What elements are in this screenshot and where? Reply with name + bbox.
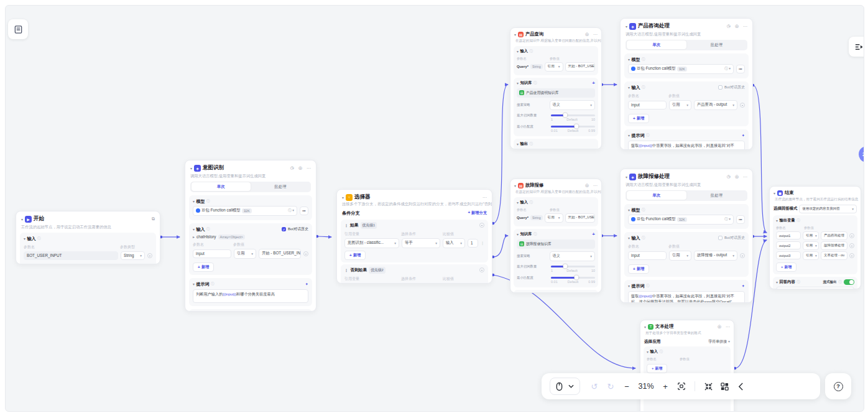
collapse-chevron-icon[interactable]: ▾ [190,166,192,170]
more-icon[interactable]: ··· [307,166,311,170]
remove-row-icon[interactable] [303,251,308,256]
answer-content-textarea[interactable]: {{output1}}{{output2}}{{output3}} [776,287,854,289]
undo-button[interactable]: ↺ [586,382,603,391]
outvar-name-field[interactable]: output3 [776,251,801,259]
collapse-chevron-icon[interactable]: ▾ [514,32,516,37]
model-settings-icon[interactable]: ≔ [300,207,308,215]
tab-batch[interactable]: 批处理 [251,182,310,191]
pointer-mode-select[interactable] [550,378,580,395]
prompt-optimize-icon[interactable]: ✦ [305,282,308,287]
collapse-chevron-icon[interactable]: ▾ [626,24,627,29]
ref-mode-select[interactable]: 引用▾ [669,251,691,261]
ref-mode-select[interactable]: 引用▾ [803,241,819,250]
knowledge-item[interactable]: ▤产品使用说明知识库 [517,88,595,98]
prompt-textarea[interactable]: 判断用户输入的{{input}}和哪个分类关联度最高 [193,289,308,303]
model-select[interactable]: 豆包·Function call模型32K ⓘ ▾ [628,215,734,225]
ref-mode-select[interactable]: 引用▾ [803,231,819,240]
collapse-chevron-icon[interactable]: ▾ [626,175,627,179]
right-panel-toggle-button[interactable] [849,37,864,57]
play-icon[interactable]: ◎ [298,165,302,170]
ref-value-select[interactable]: 开始 - BOT_USER▾ [565,62,595,72]
max-recall-slider[interactable]: 1Default10 [551,113,595,121]
section-chevron-icon[interactable]: ▾ [193,199,195,203]
section-chevron-icon[interactable]: ▾ [193,282,195,286]
ref-value-select[interactable]: 故障报修处理▾ [821,241,847,250]
ref-value-select[interactable]: 开始 - BOT_USER▾ [565,213,595,223]
collapse-nodes-button[interactable] [700,383,716,391]
knowledge-item[interactable]: ▤故障报修知识库 [517,239,595,249]
remove-row-icon[interactable] [849,233,854,238]
param-name-field[interactable]: input [628,101,667,109]
add-param-button[interactable]: +新增 [24,264,45,264]
play-icon[interactable]: ◎ [735,24,739,29]
model-select[interactable]: 豆包·Function call模型32K ⓘ ▾ [193,206,297,216]
node-product-consult[interactable]: ▾ ◈ 产品咨询处理 ◷ ◎ ··· 调用大语言模型,使用变量和提示词生成回复 … [620,18,753,150]
workflow-canvas[interactable]: ▾ ▶ 开始 ⧉ 工作流的起始节点，用于设定启动工作流需要的信息 ▾ 输入 ⓘ … [5,5,864,412]
collapse-chevron-icon[interactable]: ▾ [773,191,775,195]
branch-ref-select[interactable]: 意图识别 - classific...▾ [344,238,399,248]
outvar-name-field[interactable]: output2 [776,241,801,249]
add-param-button[interactable]: +新增 [193,262,214,272]
add-knowledge-icon[interactable]: + [592,80,595,86]
param-type-select[interactable]: String▾ [121,251,145,260]
test-run-icon[interactable]: ◷ [727,174,731,179]
remove-row-icon[interactable] [740,103,745,108]
prompt-optimize-icon[interactable]: ✦ [742,133,745,138]
bot-history-checkbox[interactable] [718,236,723,240]
bot-history-checkbox[interactable]: ✓ [282,227,286,231]
play-icon[interactable]: ◎ [718,324,721,329]
section-chevron-icon[interactable]: ▾ [193,227,195,231]
zoom-out-button[interactable]: − [619,382,635,391]
node-end[interactable]: ▾ ◼ 结束 工作流的最终节点，用于返回工作流运行后的结果信息 选择回答模式 使… [769,186,861,289]
add-param-button[interactable]: +新增 [628,114,649,123]
param-name-field[interactable]: input [628,251,667,260]
redo-button[interactable]: ↻ [603,382,619,391]
test-run-icon[interactable]: ◷ [727,24,731,29]
ref-value-select[interactable]: 产品查询 - output▾ [694,100,737,110]
remove-branch-icon[interactable] [479,223,484,228]
node-selector[interactable]: ▾ ⑂ 选择器 ··· 连接多个下游分支，若设定的条件成立则仅运行对应的分支，若… [336,189,492,284]
stream-toggle[interactable] [844,279,854,285]
node-intent-recognition[interactable]: ▾ ◈ 意图识别 ◷ ◎ ··· 调用大语言模型,使用变量和提示词生成回复 单次… [185,160,316,312]
collapse-chevron-icon[interactable]: ▾ [514,183,516,188]
max-recall-slider[interactable]: 1Default10 [551,264,595,272]
branch-op-select[interactable]: 等于▾ [402,283,440,284]
prompt-textarea[interactable]: 提取{{input}}中答案字段，如果没有此字段，则直接返回“对不起，这个问题我… [628,291,745,303]
bot-history-checkbox[interactable] [718,85,723,90]
notes-panel-button[interactable] [8,19,28,39]
ref-value-select[interactable]: 故障报修 - output▾ [694,251,737,261]
model-settings-icon[interactable]: ≔ [736,65,745,73]
zoom-in-button[interactable]: + [657,382,673,391]
ref-mode-select[interactable]: 引用▾ [545,213,563,223]
tab-single[interactable]: 单次 [627,40,687,49]
expand-icon[interactable]: ▸ [193,235,195,239]
remove-row-icon[interactable] [147,253,152,258]
drag-handle-icon[interactable]: ⋮ [344,268,348,272]
help-button[interactable]: ? [825,373,851,399]
branch-ref-select[interactable]: 意图识别 - classific...▾ [344,283,399,284]
strategy-select[interactable]: 语义▾ [550,251,595,261]
row-handle-icon[interactable]: ⋮ [481,241,484,245]
collapse-chevron-icon[interactable]: ▾ [342,195,344,200]
drag-handle-icon[interactable]: ⋮ [344,223,348,228]
add-knowledge-icon[interactable]: + [592,231,595,237]
more-icon[interactable]: ··· [726,325,730,329]
branch-valmode-select[interactable]: 输入▾ [443,238,465,248]
min-match-slider[interactable]: 0.01Default0.99 [551,276,595,284]
more-icon[interactable]: ··· [482,195,487,200]
remove-branch-icon[interactable] [479,267,484,272]
remove-row-icon[interactable] [849,243,854,248]
param-name-field[interactable]: BOT_USER_INPUT [24,251,118,260]
section-chevron-icon[interactable]: ▾ [24,236,25,241]
collapse-chevron-icon[interactable]: ▾ [644,325,646,329]
model-select[interactable]: 豆包·Function call模型32K ⓘ ▾ [628,64,734,74]
remove-row-icon[interactable] [849,253,854,258]
tab-batch[interactable]: 批处理 [686,40,747,49]
ref-mode-select[interactable]: 引用▾ [803,251,819,260]
more-icon[interactable]: ··· [743,24,747,29]
ref-mode-select[interactable]: 引用▾ [234,249,256,259]
node-start[interactable]: ▾ ▶ 开始 ⧉ 工作流的起始节点，用于设定启动工作流需要的信息 ▾ 输入 ⓘ … [16,211,160,264]
answer-mode-select[interactable]: 使用设定的内容直接回答▾ [799,205,857,213]
node-product-query[interactable]: ▾ ▤ 产品查询 ◎ ··· 在选定的知识中,根据输入变量召回最匹配的信息,并以… [510,27,602,149]
play-icon[interactable]: ◎ [585,183,589,188]
